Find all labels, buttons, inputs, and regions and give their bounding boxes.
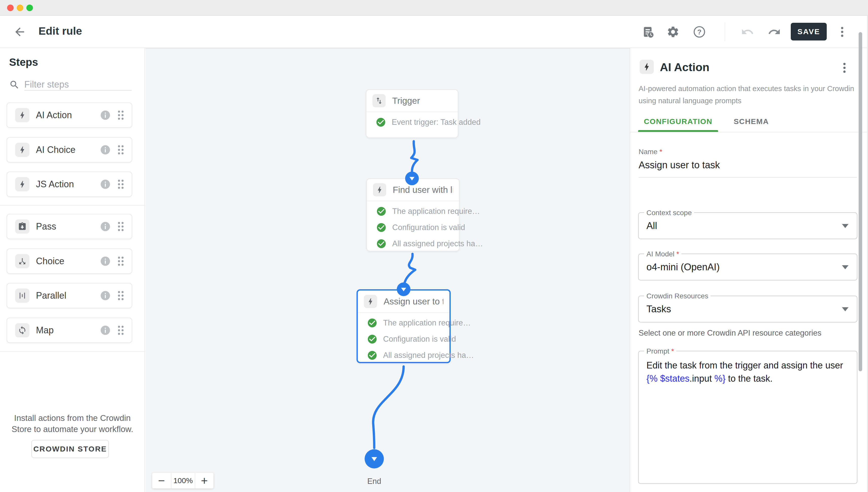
end-node[interactable]	[365, 449, 384, 468]
crowdin-resources-value: Tasks	[647, 296, 671, 322]
drag-handle-icon[interactable]	[117, 324, 125, 336]
info-icon[interactable]	[100, 109, 111, 121]
node-check: Configuration is valid	[358, 331, 450, 347]
split-arrows-icon	[15, 254, 29, 268]
zoom-window-button[interactable]	[26, 4, 33, 11]
check-circle-icon	[367, 318, 378, 328]
parallel-bars-icon	[15, 289, 29, 303]
step-item-choice[interactable]: Choice	[6, 248, 132, 274]
panel-kebab-button[interactable]	[835, 59, 853, 77]
prompt-label: Prompt *	[644, 347, 676, 355]
drag-handle-icon[interactable]	[117, 109, 125, 121]
filter-steps-field[interactable]	[9, 78, 132, 94]
node-title: Find user with lighte…	[393, 185, 453, 195]
undo-button[interactable]	[738, 23, 756, 41]
lightning-bolt-icon	[15, 143, 29, 157]
drag-handle-icon[interactable]	[117, 178, 125, 190]
step-item-label: AI Action	[36, 110, 100, 121]
canvas-zoom-bar: − 100% +	[152, 473, 214, 489]
zoom-in-button[interactable]: +	[195, 473, 214, 489]
sidebar-group-divider	[0, 351, 145, 352]
kebab-icon	[836, 25, 849, 39]
node-header: Trigger	[366, 90, 458, 112]
lightning-bolt-icon	[15, 177, 29, 191]
gear-icon	[667, 25, 680, 39]
page-title: Edit rule	[39, 25, 82, 37]
filter-steps-input[interactable]	[24, 78, 132, 91]
drag-handle-icon[interactable]	[117, 144, 125, 156]
name-input[interactable]	[638, 158, 857, 172]
kebab-icon	[838, 61, 851, 74]
back-button[interactable]	[10, 23, 29, 41]
crowdin-resources-select[interactable]: Crowdin Resources Tasks	[638, 296, 858, 322]
minimize-window-button[interactable]	[17, 4, 23, 11]
ai-model-value: o4-mini (OpenAI)	[647, 254, 720, 280]
lightning-bolt-icon	[15, 108, 29, 122]
help-button[interactable]: ?	[690, 23, 708, 41]
node-title: Assign user to task	[384, 296, 443, 306]
tab-configuration[interactable]: CONFIGURATION	[638, 112, 718, 131]
node-find-user[interactable]: Find user with lighte… The application r…	[366, 178, 460, 251]
check-circle-icon	[376, 117, 386, 127]
workflow-canvas[interactable]: Trigger Event trigger: Task added Find u…	[145, 48, 630, 492]
redo-button[interactable]	[765, 23, 783, 41]
node-check: All assigned projects ha…	[358, 347, 450, 364]
step-item-pass[interactable]: Pass	[6, 214, 132, 239]
crowdin-store-button[interactable]: CROWDIN STORE	[31, 440, 109, 458]
context-scope-select[interactable]: Context scope All	[638, 212, 858, 239]
node-assign-user[interactable]: Assign user to task The application requ…	[357, 289, 451, 363]
undo-icon	[741, 25, 754, 39]
node-check: The application require…	[367, 203, 459, 219]
tabs-divider	[630, 132, 868, 132]
close-window-button[interactable]	[7, 4, 14, 11]
clipboard-down-icon	[15, 219, 29, 233]
chevron-down-icon	[842, 265, 848, 269]
chevron-down-icon	[842, 307, 848, 311]
node-check: All assigned projects ha…	[367, 236, 459, 252]
drag-handle-icon[interactable]	[117, 255, 125, 267]
prompt-textarea[interactable]: Prompt * Edit the task from the trigger …	[638, 351, 858, 484]
steps-title: Steps	[9, 56, 38, 68]
connector-arrow-dot	[397, 282, 410, 296]
step-item-label: Pass	[36, 221, 100, 232]
step-item-map[interactable]: Map	[6, 318, 132, 343]
info-icon[interactable]	[100, 255, 111, 267]
swap-vertical-icon	[372, 94, 386, 107]
step-item-label: Parallel	[36, 290, 100, 301]
step-item-label: JS Action	[36, 179, 100, 190]
header-kebab-button[interactable]	[833, 23, 851, 41]
prompt-value: Edit the task from the trigger and assig…	[647, 359, 849, 385]
info-icon[interactable]	[100, 221, 111, 232]
zoom-out-button[interactable]: −	[152, 473, 171, 489]
header-divider	[725, 22, 725, 41]
connector-arrow-dot	[405, 172, 419, 185]
drag-handle-icon[interactable]	[117, 220, 125, 232]
tab-schema[interactable]: SCHEMA	[726, 112, 777, 131]
info-icon[interactable]	[100, 179, 111, 190]
crowdin-store-text: Install actions from the Crowdin Store t…	[6, 413, 139, 435]
info-icon[interactable]	[100, 325, 111, 336]
panel-scrollbar-thumb[interactable]	[859, 32, 862, 371]
crowdin-resources-helper: Select one or more Crowdin API resource …	[638, 328, 821, 338]
name-field-label: Name *	[638, 148, 662, 156]
step-item-parallel[interactable]: Parallel	[6, 283, 132, 308]
save-button[interactable]: SAVE	[791, 23, 827, 41]
drag-handle-icon[interactable]	[117, 290, 125, 302]
steps-sidebar: Steps AI Action AI Choice JS Action Pass…	[0, 48, 145, 492]
app-header: Edit rule ? SAVE	[0, 16, 868, 48]
step-item-ai-action[interactable]: AI Action	[6, 102, 132, 128]
info-icon[interactable]	[100, 144, 111, 155]
node-trigger[interactable]: Trigger Event trigger: Task added	[366, 89, 458, 138]
step-item-js-action[interactable]: JS Action	[6, 172, 132, 197]
info-icon[interactable]	[100, 290, 111, 301]
activity-log-button[interactable]	[638, 23, 657, 41]
lightning-bolt-icon	[640, 60, 654, 74]
arrow-back-icon	[13, 25, 26, 39]
check-circle-icon	[376, 222, 387, 233]
settings-button[interactable]	[664, 23, 682, 41]
help-icon: ?	[693, 25, 706, 39]
ai-model-select[interactable]: AI Model * o4-mini (OpenAI)	[638, 253, 858, 280]
step-item-label: Choice	[36, 256, 100, 267]
required-asterisk: *	[671, 347, 674, 355]
step-item-ai-choice[interactable]: AI Choice	[6, 137, 132, 163]
